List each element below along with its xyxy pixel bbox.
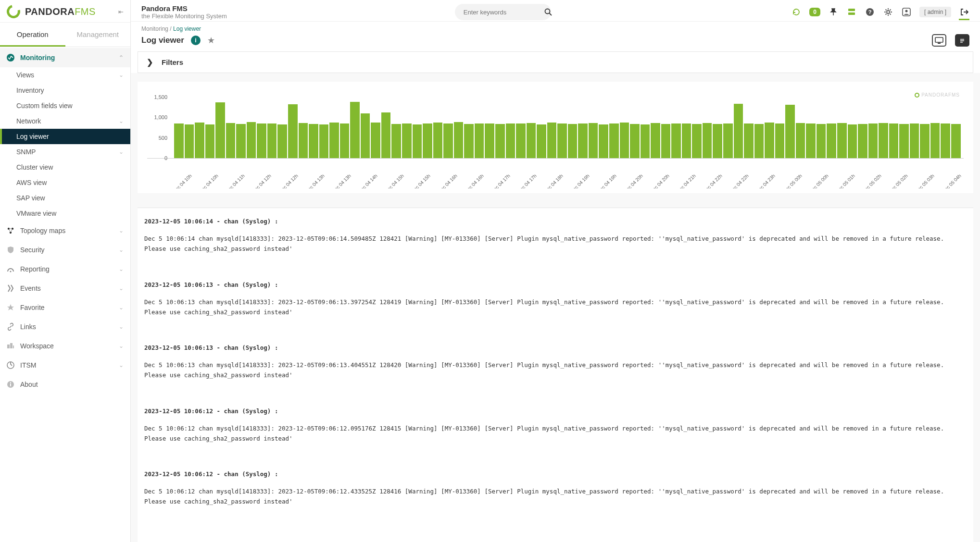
nav-section-monitoring[interactable]: Monitoring ⌃ <box>0 48 130 67</box>
search-icon[interactable] <box>544 7 552 17</box>
chart-bar[interactable] <box>527 123 536 158</box>
chart-bar[interactable] <box>806 123 816 158</box>
chart-bar[interactable] <box>599 124 608 158</box>
chart-bar[interactable] <box>609 123 619 158</box>
chart-bar[interactable] <box>899 124 909 158</box>
chart-bar[interactable] <box>671 123 681 158</box>
chart-bar[interactable] <box>589 123 598 158</box>
nav-group-topology-maps[interactable]: Topology maps⌄ <box>0 221 130 240</box>
chart-bar[interactable] <box>744 123 754 158</box>
refresh-icon[interactable] <box>791 7 802 17</box>
chart-bar[interactable] <box>713 124 722 158</box>
chart-bar[interactable] <box>236 124 246 158</box>
chart-bar[interactable] <box>215 102 225 158</box>
export-icon[interactable] <box>955 34 969 47</box>
nav-group-security[interactable]: Security⌄ <box>0 240 130 259</box>
chart-bar[interactable] <box>226 123 236 158</box>
chart-bar[interactable] <box>361 113 370 158</box>
nav-item-cluster-view[interactable]: Cluster view <box>0 160 130 175</box>
chart-bar[interactable] <box>837 123 847 158</box>
nav-item-sap-view[interactable]: SAP view <box>0 190 130 206</box>
tab-operation[interactable]: Operation <box>0 23 65 47</box>
chart-bar[interactable] <box>723 123 733 158</box>
chart-bar[interactable] <box>858 124 867 158</box>
chart-bar[interactable] <box>205 124 215 158</box>
filters-toggle[interactable]: ❯ Filters <box>138 51 973 73</box>
log-histogram-chart[interactable]: 1,5001,0005000 <box>147 91 964 159</box>
chart-bar[interactable] <box>299 123 308 158</box>
chart-bar[interactable] <box>350 102 360 158</box>
chart-bar[interactable] <box>682 123 691 158</box>
chart-bar[interactable] <box>661 124 671 158</box>
chart-bar[interactable] <box>578 123 588 158</box>
display-mode-icon[interactable] <box>932 34 946 47</box>
chart-bar[interactable] <box>247 122 256 158</box>
chart-bar[interactable] <box>620 123 629 158</box>
chart-bar[interactable] <box>516 123 526 158</box>
chart-bar[interactable] <box>557 123 567 158</box>
chart-bar[interactable] <box>775 123 785 158</box>
chart-bar[interactable] <box>433 123 443 158</box>
chart-bar[interactable] <box>267 123 277 158</box>
nav-item-aws-view[interactable]: AWS view <box>0 175 130 190</box>
chart-bar[interactable] <box>537 124 546 158</box>
chart-bar[interactable] <box>651 123 660 158</box>
nav-item-snmp[interactable]: SNMP⌄ <box>0 144 130 160</box>
chart-bar[interactable] <box>391 124 401 158</box>
info-icon[interactable]: i <box>191 36 201 45</box>
chart-bar[interactable] <box>309 124 318 158</box>
chart-bar[interactable] <box>734 104 743 158</box>
chart-bar[interactable] <box>195 123 204 158</box>
alert-count-badge[interactable]: 0 <box>809 8 820 16</box>
chart-bar[interactable] <box>475 123 484 158</box>
chart-bar[interactable] <box>185 124 194 158</box>
chart-bar[interactable] <box>703 123 712 158</box>
chart-bar[interactable] <box>630 124 640 158</box>
user-icon[interactable] <box>901 7 912 17</box>
chart-bar[interactable] <box>340 123 350 158</box>
chart-bar[interactable] <box>930 123 940 158</box>
chart-bar[interactable] <box>371 123 380 158</box>
chart-bar[interactable] <box>454 122 464 158</box>
server-status-icon[interactable] <box>846 7 857 17</box>
chart-bar[interactable] <box>765 123 774 158</box>
chart-bar[interactable] <box>381 112 391 158</box>
logout-icon[interactable] <box>959 10 969 20</box>
nav-group-about[interactable]: About <box>0 375 130 394</box>
nav-item-views[interactable]: Views⌄ <box>0 67 130 83</box>
chart-bar[interactable] <box>495 124 505 158</box>
chart-bar[interactable] <box>848 124 857 158</box>
chart-bar[interactable] <box>506 123 515 158</box>
nav-group-events[interactable]: Events⌄ <box>0 279 130 298</box>
nav-group-workspace[interactable]: Workspace⌄ <box>0 336 130 356</box>
chart-bar[interactable] <box>910 123 919 158</box>
user-label[interactable]: [ admin ] <box>919 7 951 17</box>
chart-bar[interactable] <box>288 104 298 158</box>
chart-bar[interactable] <box>319 124 329 158</box>
chart-bar[interactable] <box>547 123 557 158</box>
pin-icon[interactable] <box>828 7 839 17</box>
chart-bar[interactable] <box>920 124 930 158</box>
chart-bar[interactable] <box>329 123 339 158</box>
chart-bar[interactable] <box>889 123 899 158</box>
chart-bar[interactable] <box>402 123 412 158</box>
chart-bar[interactable] <box>443 123 453 158</box>
chart-bar[interactable] <box>796 123 805 158</box>
chart-bar[interactable] <box>692 124 702 158</box>
chart-bar[interactable] <box>879 123 888 158</box>
chart-bar[interactable] <box>423 123 432 158</box>
nav-group-reporting[interactable]: Reporting⌄ <box>0 259 130 279</box>
nav-item-custom-fields-view[interactable]: Custom fields view <box>0 98 130 113</box>
breadcrumb-current[interactable]: Log viewer <box>173 25 201 32</box>
chart-bar[interactable] <box>817 124 826 158</box>
search-box[interactable] <box>455 4 551 20</box>
chart-bar[interactable] <box>464 124 474 158</box>
search-input[interactable] <box>464 9 544 16</box>
breadcrumb-root[interactable]: Monitoring <box>141 25 168 32</box>
chart-bar[interactable] <box>868 123 878 158</box>
nav-item-log-viewer[interactable]: Log viewer <box>0 129 130 144</box>
chart-bar[interactable] <box>641 124 650 158</box>
chart-bar[interactable] <box>174 123 184 158</box>
chart-bar[interactable] <box>941 123 950 158</box>
nav-group-links[interactable]: Links⌄ <box>0 317 130 336</box>
